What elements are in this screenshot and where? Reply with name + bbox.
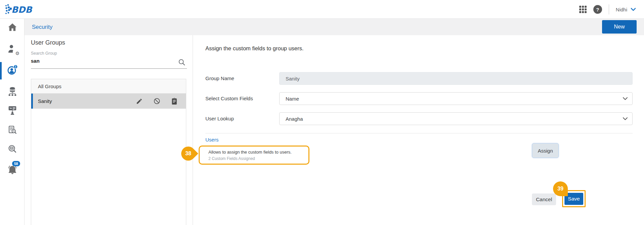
sidebar-item-data-center[interactable]	[6, 86, 18, 98]
assign-button[interactable]: Assign	[532, 143, 559, 158]
topbar: BDB ? Nidhi	[0, 0, 644, 19]
topbar-divider	[609, 4, 609, 14]
bdb-logo[interactable]: BDB	[5, 3, 37, 15]
user-groups-icon: i	[7, 64, 18, 76]
user-groups-panel: User Groups Search Group All Groups Sani…	[24, 35, 193, 225]
sidebar: ⚙ i	[0, 19, 24, 225]
training-board-icon	[7, 105, 18, 116]
form-row-custom-fields: Select Custom Fields Name	[205, 92, 633, 105]
svg-text:BDB: BDB	[11, 5, 33, 15]
sidebar-item-user-settings[interactable]: ⚙	[6, 43, 18, 55]
user-lookup-label: User Lookup	[205, 112, 234, 125]
assigned-fields-info: 2 Custom Fields Assigned	[208, 156, 308, 161]
notification-count-badge: 58	[12, 161, 20, 166]
custom-fields-label: Select Custom Fields	[205, 92, 253, 105]
group-name-label: Group Name	[205, 72, 234, 85]
help-icon[interactable]: ?	[593, 5, 602, 14]
users-section-title: Users	[205, 137, 218, 143]
custom-fields-value: Name	[286, 96, 299, 102]
user-lookup-value: Anagha	[286, 116, 303, 122]
panel-title: User Groups	[31, 39, 65, 46]
gear-icon: ⚙	[15, 51, 19, 56]
group-name: Sanity	[38, 98, 136, 104]
custom-fields-select[interactable]: Name	[279, 92, 633, 105]
page-title: Security	[32, 19, 52, 35]
chevron-down-icon	[631, 8, 636, 11]
home-icon	[7, 22, 18, 33]
user-name: Nidhi	[616, 7, 627, 12]
main-content: Assign the custom fields to group users.…	[193, 35, 644, 225]
users-description: Allows to assign the custom fields to us…	[208, 150, 308, 155]
edit-icon[interactable]	[136, 98, 143, 105]
list-header-all-groups[interactable]: All Groups	[31, 79, 186, 94]
active-item-indicator	[0, 62, 2, 79]
form-row-user-lookup: User Lookup Anagha	[205, 112, 633, 125]
search-group-input[interactable]	[31, 58, 172, 64]
topbar-actions: ? Nidhi	[579, 0, 636, 19]
apps-grid-icon[interactable]	[579, 6, 587, 13]
block-icon[interactable]	[153, 98, 160, 105]
group-name-input: Sanity	[279, 72, 633, 85]
document-search-icon	[7, 125, 18, 136]
search-group-label: Search Group	[31, 51, 57, 56]
sidebar-item-user-groups[interactable]: i	[6, 64, 18, 76]
search-icon[interactable]	[178, 59, 186, 66]
svg-text:i: i	[15, 65, 16, 68]
clipboard-icon[interactable]	[170, 98, 178, 105]
user-menu[interactable]: Nidhi	[616, 7, 636, 12]
chevron-down-icon	[623, 117, 628, 120]
users-description-highlight: Allows to assign the custom fields to us…	[199, 146, 309, 165]
new-button[interactable]: New	[602, 20, 637, 34]
search-group-field	[31, 57, 187, 69]
security-header-bar: Security New	[24, 19, 644, 35]
help-glyph: ?	[596, 7, 599, 12]
chevron-down-icon	[623, 97, 628, 100]
sidebar-item-audit[interactable]	[6, 124, 18, 136]
sidebar-item-data-search[interactable]	[6, 143, 18, 155]
form-row-group-name: Group Name Sanity	[205, 72, 633, 85]
data-center-icon	[7, 86, 18, 97]
user-lookup-select[interactable]: Anagha	[279, 112, 633, 125]
group-list: All Groups Sanity	[31, 79, 186, 225]
annotation-step-39-badge: 39	[553, 181, 568, 196]
sidebar-item-training[interactable]	[6, 104, 18, 116]
app-window: BDB ? Nidhi Security New ⚙	[0, 0, 644, 225]
group-row-sanity[interactable]: Sanity	[31, 94, 186, 109]
section-divider	[205, 133, 633, 133]
cancel-button[interactable]: Cancel	[532, 193, 556, 205]
sidebar-item-home[interactable]	[6, 21, 18, 34]
group-name-value: Sanity	[286, 76, 300, 81]
section-heading: Assign the custom fields to group users.	[205, 45, 304, 52]
data-search-icon	[7, 144, 18, 155]
